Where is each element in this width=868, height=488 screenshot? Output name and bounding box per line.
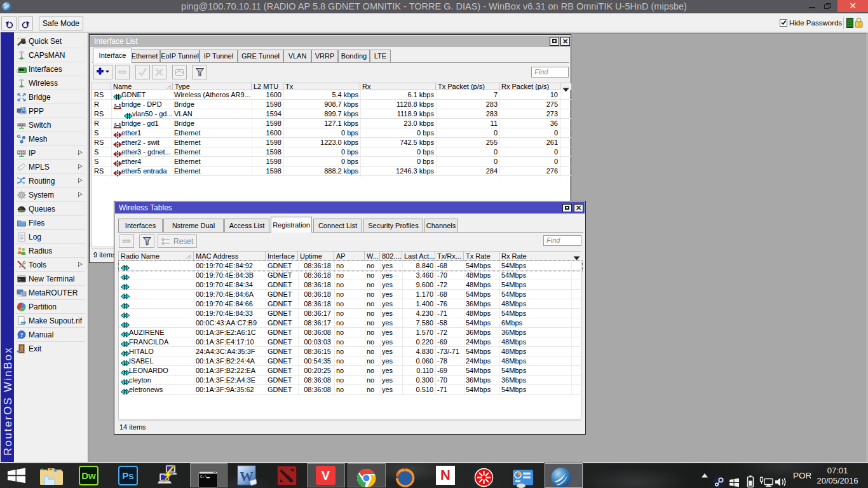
- svg-text:255: 255: [18, 150, 25, 154]
- svg-text:?: ?: [20, 332, 24, 338]
- svg-text:C:\: C:\: [200, 475, 207, 479]
- svg-text:>_: >_: [18, 278, 23, 282]
